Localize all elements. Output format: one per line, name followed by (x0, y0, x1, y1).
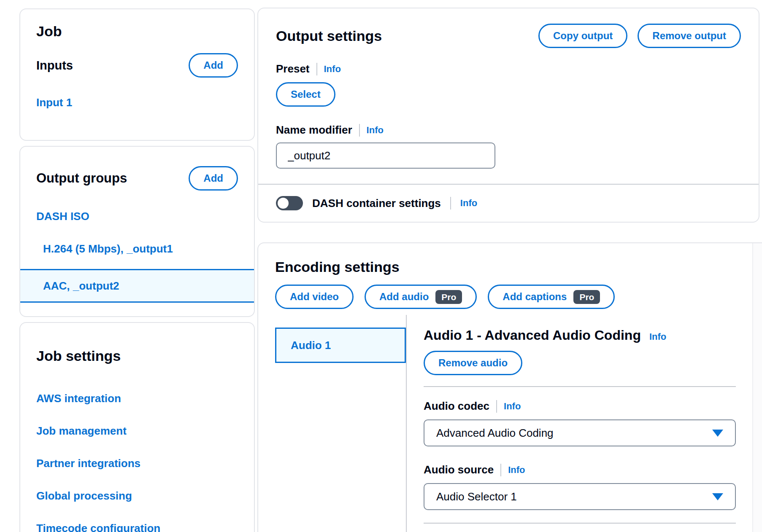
dash-container-settings-toggle[interactable] (276, 196, 303, 210)
name-modifier-label-row: Name modifier Info (276, 124, 741, 137)
audio-codec-info-link[interactable]: Info (504, 401, 521, 412)
job-settings-link-timecode-configuration[interactable]: Timecode configuration (36, 522, 238, 532)
job-settings-links: AWS integration Job management Partner i… (36, 392, 238, 532)
pro-badge: Pro (573, 290, 600, 304)
name-modifier-label: Name modifier (276, 124, 352, 137)
pro-badge: Pro (435, 290, 462, 304)
job-settings-link-job-management[interactable]: Job management (36, 425, 238, 438)
add-captions-button[interactable]: Add captions Pro (488, 285, 615, 309)
name-modifier-input[interactable] (276, 142, 495, 169)
add-input-button[interactable]: Add (189, 53, 238, 78)
encoding-tab-list: Audio 1 (275, 315, 407, 532)
label-separator (316, 63, 317, 75)
audio-source-value: Audio Selector 1 (436, 490, 517, 503)
audio-source-label: Audio source (424, 463, 494, 476)
audio-codec-select[interactable]: Advanced Audio Coding (424, 419, 736, 446)
output-settings-divider (258, 184, 759, 185)
audio-source-info-link[interactable]: Info (508, 465, 525, 476)
encoding-scrollbar-track[interactable] (752, 243, 762, 532)
job-title: Job (36, 22, 238, 40)
output-group-link-dash-iso[interactable]: DASH ISO (36, 210, 89, 223)
audio-1-panel: Audio 1 - Advanced Audio Coding Info Rem… (407, 315, 754, 532)
audio-codec-label-row: Audio codec Info (424, 400, 754, 413)
output-settings-title: Output settings (276, 27, 382, 45)
chevron-down-icon (712, 430, 723, 437)
input-1-link[interactable]: Input 1 (36, 96, 72, 109)
audio-codec-value: Advanced Audio Coding (436, 427, 554, 440)
job-settings-card: Job settings AWS integration Job managem… (19, 322, 255, 532)
encoding-settings-card: Encoding settings Add video Add audio Pr… (257, 242, 762, 532)
audio-1-info-link[interactable]: Info (649, 331, 666, 342)
inputs-header-row: Inputs Add (36, 53, 238, 78)
audio-codec-label: Audio codec (424, 400, 489, 413)
output-settings-header: Output settings Copy output Remove outpu… (276, 24, 741, 48)
name-modifier-info-link[interactable]: Info (367, 125, 384, 136)
inputs-heading: Inputs (36, 59, 73, 73)
label-separator (450, 197, 451, 210)
output-groups-header-row: Output groups Add (36, 166, 238, 191)
job-settings-link-aws-integration[interactable]: AWS integration (36, 392, 238, 405)
audio-1-panel-title: Audio 1 - Advanced Audio Coding (424, 328, 641, 343)
output-groups-heading: Output groups (36, 169, 127, 188)
panel-divider (424, 523, 736, 524)
tab-audio-1[interactable]: Audio 1 (275, 328, 406, 363)
remove-audio-button[interactable]: Remove audio (424, 351, 522, 375)
panel-divider (424, 386, 736, 387)
dash-container-settings-info-link[interactable]: Info (460, 198, 477, 209)
encoding-settings-body: Audio 1 Audio 1 - Advanced Audio Coding … (275, 315, 754, 532)
audio-source-label-row: Audio source Info (424, 463, 754, 476)
output-link-aac-output2-selected[interactable]: AAC, _output2 (19, 269, 255, 303)
add-captions-label: Add captions (503, 291, 567, 303)
add-audio-button[interactable]: Add audio Pro (365, 285, 477, 309)
output-link-h264-output1[interactable]: H.264 (5 Mbps), _output1 (36, 242, 173, 255)
output-settings-actions: Copy output Remove output (538, 24, 741, 48)
audio-1-panel-header: Audio 1 - Advanced Audio Coding Info (424, 328, 754, 343)
encoding-settings-title: Encoding settings (275, 258, 754, 276)
chevron-down-icon (712, 493, 723, 500)
job-settings-link-global-processing[interactable]: Global processing (36, 489, 238, 502)
add-output-group-button[interactable]: Add (189, 166, 238, 191)
dash-container-settings-label: DASH container settings (312, 197, 441, 210)
copy-output-button[interactable]: Copy output (538, 24, 627, 48)
preset-info-link[interactable]: Info (324, 64, 341, 75)
dash-container-settings-row: DASH container settings Info (276, 195, 741, 212)
label-separator (359, 124, 360, 137)
preset-select-button[interactable]: Select (276, 82, 335, 107)
add-audio-label: Add audio (379, 291, 429, 303)
audio-source-select[interactable]: Audio Selector 1 (424, 483, 736, 510)
job-settings-heading: Job settings (36, 347, 238, 365)
remove-output-button[interactable]: Remove output (638, 24, 741, 48)
add-video-button[interactable]: Add video (275, 285, 354, 309)
job-settings-link-partner-integrations[interactable]: Partner integrations (36, 457, 238, 470)
output-settings-card: Output settings Copy output Remove outpu… (257, 8, 759, 223)
selected-output-label: AAC, _output2 (43, 279, 119, 293)
tab-audio-1-label: Audio 1 (291, 339, 331, 352)
encoding-settings-actions: Add video Add audio Pro Add captions Pro (275, 285, 754, 309)
preset-label: Preset (276, 62, 310, 75)
label-separator (500, 464, 501, 476)
job-card: Job Inputs Add Input 1 (19, 8, 255, 141)
toggle-knob (278, 198, 289, 209)
label-separator (496, 400, 497, 413)
preset-label-row: Preset Info (276, 62, 741, 75)
output-groups-card: Output groups Add DASH ISO H.264 (5 Mbps… (19, 146, 255, 317)
